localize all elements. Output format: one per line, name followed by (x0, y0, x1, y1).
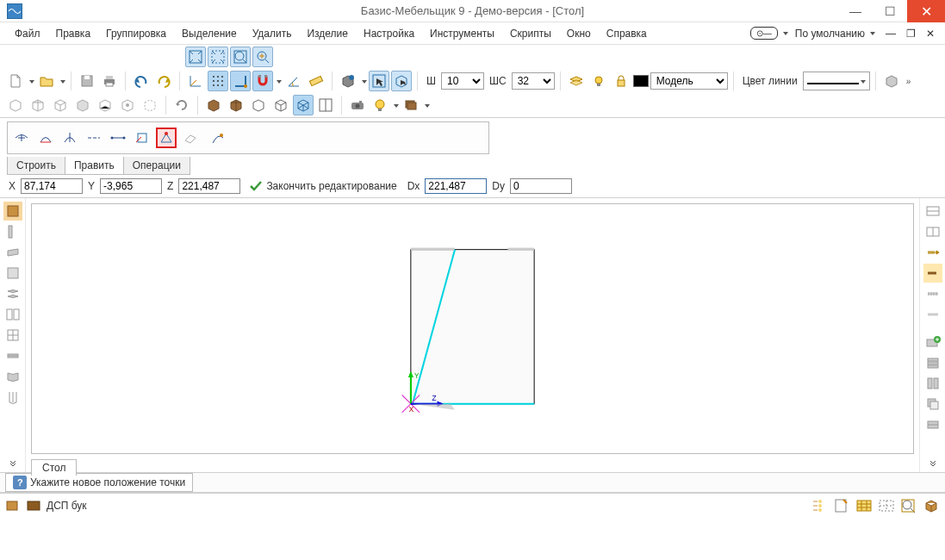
left-panel6-icon[interactable] (3, 305, 22, 324)
op-line-icon[interactable] (108, 128, 128, 148)
menu-edit[interactable]: Правка (48, 25, 99, 42)
material1-icon[interactable] (5, 498, 21, 513)
select-cursor-icon[interactable] (369, 71, 389, 91)
axis-toggle-icon[interactable] (185, 71, 206, 91)
model-tool-dropdown[interactable] (360, 75, 367, 87)
grid-snap-icon[interactable] (208, 71, 228, 91)
status-zoom-icon[interactable] (900, 498, 917, 513)
magnet-dropdown[interactable] (275, 75, 282, 87)
view-iso7-icon[interactable] (140, 95, 160, 115)
left-expand-icon[interactable] (3, 453, 22, 472)
status-notes-icon[interactable] (833, 498, 850, 513)
width-select[interactable]: 10 (441, 72, 484, 90)
right-add-green-icon[interactable] (923, 333, 942, 352)
toolbar-overflow[interactable]: » (904, 77, 912, 86)
ortho-snap-icon[interactable] (230, 71, 251, 91)
x-input[interactable] (21, 178, 83, 194)
ruler-icon[interactable] (306, 71, 326, 91)
mode-select-dropdown[interactable] (868, 28, 875, 40)
view-iso6-icon[interactable] (117, 95, 138, 115)
right-screw4-icon[interactable] (923, 305, 942, 324)
model-select[interactable]: Модель (650, 72, 728, 90)
undo-icon[interactable] (131, 71, 152, 91)
left-panel2-icon[interactable] (3, 222, 22, 241)
angle-snap-icon[interactable] (283, 71, 304, 91)
solid-brown-icon[interactable] (203, 95, 224, 115)
view-iso4-icon[interactable] (72, 95, 93, 115)
mdi-close-icon[interactable]: ✕ (923, 28, 938, 40)
maximize-button[interactable]: ☐ (873, 0, 907, 22)
bulb-big-icon[interactable] (370, 95, 390, 115)
menu-product[interactable]: Изделие (299, 25, 356, 42)
z-input[interactable] (178, 178, 240, 194)
menu-tools[interactable]: Инструменты (422, 25, 502, 42)
tab-operations[interactable]: Операции (123, 157, 190, 175)
status-grid2-icon[interactable] (878, 498, 895, 513)
minimize-button[interactable]: — (838, 0, 873, 22)
left-panel-icon[interactable] (3, 202, 22, 221)
status-tree-icon[interactable] (811, 498, 828, 513)
left-panel7-icon[interactable] (3, 326, 22, 345)
print-icon[interactable] (99, 71, 120, 91)
op-arc2-icon[interactable] (35, 128, 56, 148)
right-stack2-icon[interactable] (923, 374, 942, 393)
left-panel4-icon[interactable] (3, 264, 22, 283)
select-box-icon[interactable] (391, 71, 412, 91)
right-screw3-icon[interactable] (923, 284, 942, 303)
left-panel3-icon[interactable] (3, 243, 22, 262)
material2-icon[interactable] (26, 498, 41, 513)
stack-dropdown[interactable] (423, 99, 430, 111)
menu-settings[interactable]: Настройка (356, 25, 422, 42)
right-panel2-icon[interactable] (923, 222, 942, 241)
finish-edit-button[interactable]: Закончить редактирование (244, 179, 401, 193)
op-dash-icon[interactable] (84, 128, 104, 148)
menu-help[interactable]: Справка (599, 25, 655, 42)
open-dropdown[interactable] (59, 75, 65, 87)
op-project-icon[interactable] (132, 128, 152, 148)
wire3-icon[interactable] (293, 95, 314, 115)
key-toggle-dropdown[interactable] (781, 28, 788, 40)
mdi-minimize-icon[interactable]: — (882, 28, 899, 40)
rotate-icon[interactable] (171, 95, 192, 115)
lock-icon[interactable] (611, 71, 631, 91)
tab-build[interactable]: Строить (7, 157, 65, 175)
color-swatch[interactable] (633, 75, 649, 87)
key-toggle-button[interactable]: ⊙— (750, 27, 778, 40)
solid-brown2-icon[interactable] (226, 95, 246, 115)
right-stack1-icon[interactable] (923, 353, 942, 372)
menu-file[interactable]: Файл (7, 25, 48, 42)
document-tab-stol[interactable]: Стол (31, 459, 77, 476)
menu-delete[interactable]: Удалить (245, 25, 300, 42)
op-plane-icon[interactable] (180, 128, 201, 148)
tab-edit[interactable]: Править (65, 157, 124, 175)
left-panel8-icon[interactable] (3, 346, 22, 365)
op-arc1-icon[interactable] (11, 128, 32, 148)
view-iso1-icon[interactable] (5, 95, 26, 115)
zoom-fit-icon[interactable] (185, 47, 206, 67)
dx-input[interactable] (425, 178, 487, 194)
left-panel9-icon[interactable] (3, 367, 22, 386)
line-style-select[interactable] (803, 72, 870, 90)
mdi-restore-icon[interactable]: ❐ (903, 28, 919, 40)
layers-icon[interactable] (566, 71, 587, 91)
right-screw2-icon[interactable] (923, 264, 942, 283)
new-dropdown[interactable] (28, 75, 34, 87)
magnet-snap-icon[interactable] (252, 71, 273, 91)
open-file-icon[interactable] (36, 71, 57, 91)
op-arc3-icon[interactable] (59, 128, 80, 148)
dy-input[interactable] (510, 178, 572, 194)
right-detail-icon[interactable] (923, 415, 942, 434)
status-cube-icon[interactable] (923, 498, 940, 513)
camera-icon[interactable] (347, 95, 368, 115)
menu-select[interactable]: Выделение (174, 25, 245, 42)
mode-select[interactable]: По умолчанию (795, 28, 865, 40)
y-input[interactable] (100, 178, 162, 194)
left-panel10-icon[interactable] (3, 388, 22, 407)
right-screw1-icon[interactable] (923, 243, 942, 262)
menu-window[interactable]: Окно (559, 25, 599, 42)
zoom-window-icon[interactable] (230, 47, 251, 67)
shs-select[interactable]: 32 (512, 72, 555, 90)
stack-brown-icon[interactable] (401, 95, 421, 115)
save-icon[interactable] (77, 71, 97, 91)
model-tool-icon[interactable] (338, 71, 358, 91)
